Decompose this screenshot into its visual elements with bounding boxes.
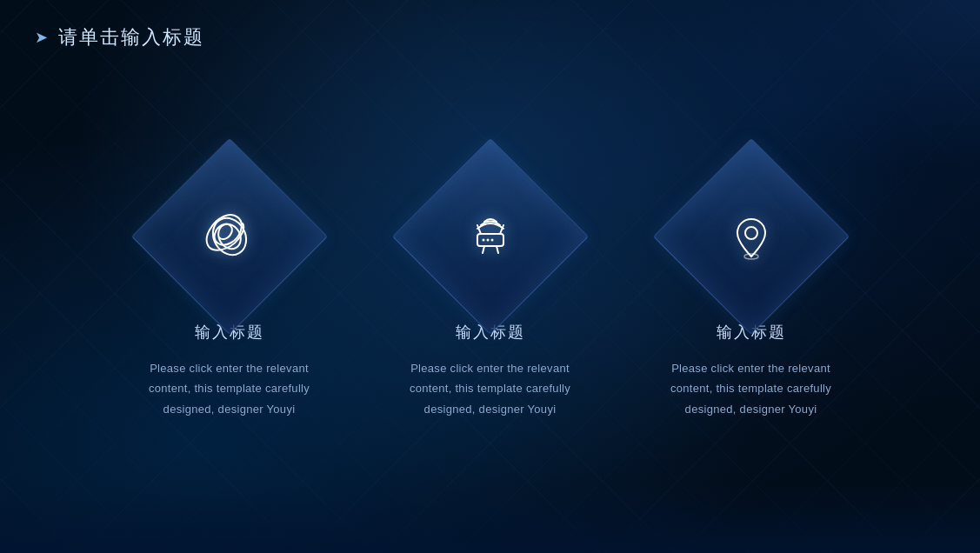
paperclip-icon xyxy=(199,206,260,267)
svg-line-8 xyxy=(483,246,484,253)
card-2-icon-container xyxy=(421,167,560,306)
svg-rect-2 xyxy=(477,234,503,246)
card-3-diamond xyxy=(682,167,821,306)
card-1: 输入标题 Please click enter the relevant con… xyxy=(134,167,325,419)
svg-point-7 xyxy=(490,238,493,241)
card-1-diamond xyxy=(160,167,299,306)
card-1-icon-container xyxy=(160,167,299,306)
card-3: 输入标题 Please click enter the relevant con… xyxy=(656,167,847,419)
router-icon xyxy=(460,206,521,267)
svg-point-10 xyxy=(745,227,757,239)
svg-point-5 xyxy=(482,238,484,241)
svg-point-6 xyxy=(486,238,489,241)
page-title[interactable]: 请单击输入标题 xyxy=(58,24,204,50)
card-2-diamond xyxy=(421,167,560,306)
page-content: ➤ 请单击输入标题 输入标题 Please click enter the re… xyxy=(0,0,980,553)
card-2: 输入标题 Please click enter the relevant con… xyxy=(395,167,586,419)
card-3-description[interactable]: Please click enter the relevant content,… xyxy=(656,358,847,419)
cards-container: 输入标题 Please click enter the relevant con… xyxy=(0,50,980,553)
card-1-description[interactable]: Please click enter the relevant content,… xyxy=(134,358,325,419)
header: ➤ 请单击输入标题 xyxy=(0,0,980,50)
card-2-description[interactable]: Please click enter the relevant content,… xyxy=(395,358,586,419)
location-icon xyxy=(721,206,782,267)
card-3-icon-container xyxy=(682,167,821,306)
svg-line-9 xyxy=(497,246,498,253)
header-arrow-icon: ➤ xyxy=(35,28,48,47)
